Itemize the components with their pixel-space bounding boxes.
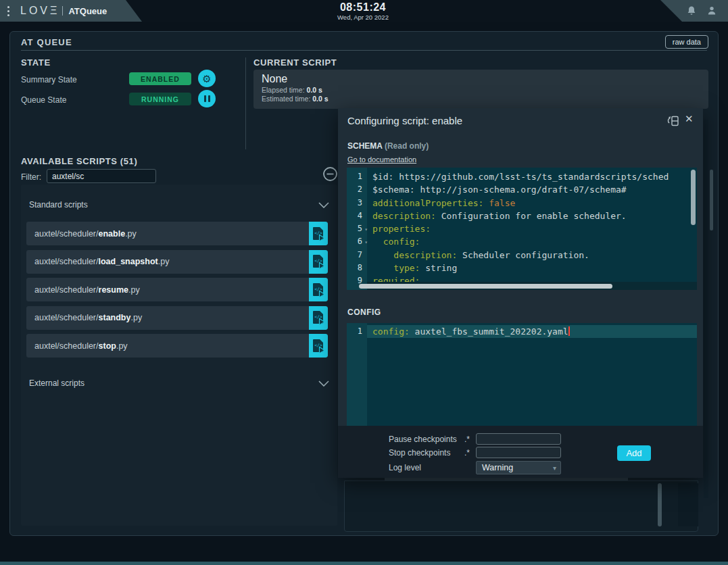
pause-icon (204, 95, 210, 102)
scripts-list-panel: Standard scripts auxtel/scheduler/enable… (21, 185, 337, 526)
add-button[interactable]: Add (617, 445, 651, 461)
queue-state-badge: RUNNING (129, 93, 191, 105)
raw-data-button[interactable]: raw data (665, 35, 708, 49)
background-right-scrollbar[interactable] (710, 170, 713, 230)
code-line: 2$schema: http://json-schema.org/draft-0… (347, 183, 697, 196)
external-scripts-group[interactable]: External scripts (21, 375, 337, 391)
launch-script-icon: </> (312, 254, 325, 269)
config-heading: CONFIG (347, 308, 381, 317)
filter-label: Filter: (21, 172, 41, 182)
top-bar-right (660, 0, 728, 22)
launch-script-button[interactable]: </> (309, 222, 328, 245)
collapse-all-icon[interactable] (322, 166, 338, 182)
queue-state-label: Queue State (21, 95, 66, 105)
app-name: ATQueue (68, 6, 107, 16)
log-level-select[interactable]: Warning ▾ (476, 461, 561, 474)
script-item[interactable]: auxtel/scheduler/stop.py</> (26, 334, 328, 358)
gear-icon: ⚙ (202, 74, 211, 84)
clock-time: 08:51:24 (295, 1, 431, 14)
user-account-icon[interactable] (706, 5, 717, 16)
external-scripts-label: External scripts (29, 378, 84, 388)
pause-queue-button[interactable] (198, 90, 216, 107)
estimated-time: Estimated time: 0.0 s (262, 95, 700, 103)
svg-text:</>: </> (314, 314, 322, 320)
top-bar: LOVΞ ATQueue 08:51:24 Wed, Apr 20 2022 (0, 0, 728, 22)
current-script-heading: CURRENT SCRIPT (253, 57, 337, 68)
menu-icon[interactable] (7, 6, 9, 16)
stop-checkpoints-label: Stop checkpoints (389, 448, 450, 458)
schema-readonly-label: (Read only) (385, 141, 429, 151)
code-line: 6▾ config: (347, 235, 697, 248)
panel-title: AT QUEUE (21, 37, 72, 47)
love-logo: LOVΞ (20, 5, 59, 17)
code-line: 1config: auxtel_fbs_summit_202202.yaml (347, 325, 697, 338)
background-side-column (678, 483, 698, 526)
documentation-link[interactable]: Go to documentation (347, 155, 416, 164)
launch-script-icon: </> (312, 282, 325, 297)
standard-scripts-label: Standard scripts (29, 200, 88, 210)
chevron-down-icon: ▾ (553, 464, 560, 472)
current-script-card: None Elapsed time: 0.0 s Estimated time:… (253, 70, 708, 109)
background-scrollbar[interactable] (658, 483, 662, 526)
configure-script-modal: Configuring script: enable ✕ SCHEMA (Rea… (338, 108, 703, 478)
launch-script-button[interactable]: </> (309, 306, 328, 330)
config-editor[interactable]: 1config: auxtel_fbs_summit_202202.yaml (347, 323, 697, 426)
available-scripts-heading: AVAILABLE SCRIPTS (51) (21, 156, 137, 166)
state-heading: STATE (21, 57, 51, 68)
pause-checkpoints-label: Pause checkpoints (389, 435, 457, 444)
launch-script-icon: </> (312, 310, 325, 325)
filter-input[interactable] (47, 169, 156, 183)
logo-divider (62, 6, 63, 16)
code-line: 3additionalProperties: false (347, 197, 697, 210)
background-right-column (704, 120, 708, 498)
svg-text:</>: </> (314, 286, 322, 291)
chevron-down-icon (318, 380, 329, 387)
script-item[interactable]: auxtel/scheduler/resume.py</> (26, 278, 328, 301)
pause-checkpoints-input[interactable] (476, 433, 561, 445)
schema-hscrollbar-thumb[interactable] (359, 284, 612, 289)
script-path: auxtel/scheduler/stop.py (26, 341, 128, 351)
schema-heading: SCHEMA (Read only) (347, 141, 429, 151)
svg-text:</>: </> (314, 258, 322, 264)
elapsed-time-label: Elapsed time: (262, 86, 305, 94)
close-icon[interactable]: ✕ (685, 113, 694, 125)
launch-script-icon: </> (312, 226, 325, 241)
estimated-time-label: Estimated time: (262, 95, 310, 103)
script-path: auxtel/scheduler/standby.py (26, 313, 142, 322)
schema-title: SCHEMA (347, 141, 383, 151)
stop-checkpoints-input[interactable] (476, 447, 561, 458)
chevron-down-icon (318, 202, 329, 208)
script-item[interactable]: auxtel/scheduler/load_snapshot.py</> (26, 250, 328, 274)
code-line: 4description: Configuration for enable s… (347, 210, 697, 222)
pause-checkpoints-hint: .* (464, 435, 470, 444)
code-line: 1$id: https://github.com/lsst-ts/ts_stan… (347, 170, 697, 183)
atqueue-screen: LOVΞ ATQueue 08:51:24 Wed, Apr 20 2022 A… (0, 0, 728, 565)
script-path: auxtel/scheduler/load_snapshot.py (26, 257, 169, 266)
launch-script-icon: </> (312, 339, 325, 353)
code-line: 5▾properties: (347, 222, 697, 235)
script-item[interactable]: auxtel/scheduler/enable.py</> (26, 222, 328, 245)
log-level-label: Log level (389, 463, 421, 472)
script-path: auxtel/scheduler/resume.py (26, 285, 140, 295)
summary-state-label: Summary State (21, 75, 77, 84)
summary-state-badge: ENABLED (129, 72, 191, 85)
launch-script-button[interactable]: </> (309, 250, 328, 274)
summary-state-config-button[interactable]: ⚙ (198, 70, 216, 87)
schema-editor[interactable]: 1$id: https://github.com/lsst-ts/ts_stan… (347, 168, 697, 290)
launch-script-button[interactable]: </> (309, 334, 328, 358)
launch-script-button[interactable]: </> (309, 278, 328, 301)
script-item[interactable]: auxtel/scheduler/standby.py</> (26, 306, 328, 330)
code-line: 8 type: string (347, 262, 697, 274)
code-line: 7 description: Scheduler configuration. (347, 249, 697, 262)
estimated-time-value: 0.0 s (312, 95, 328, 103)
text-cursor (568, 326, 570, 336)
clock: 08:51:24 Wed, Apr 20 2022 (295, 1, 431, 21)
elapsed-time-value: 0.0 s (307, 86, 322, 94)
standard-scripts-group[interactable]: Standard scripts (21, 197, 337, 213)
schema-vscrollbar-thumb[interactable] (691, 170, 696, 225)
notifications-bell-icon[interactable] (686, 5, 697, 16)
script-path: auxtel/scheduler/enable.py (26, 229, 137, 239)
standard-scripts-list: auxtel/scheduler/enable.py</>auxtel/sche… (21, 222, 337, 358)
clock-date: Wed, Apr 20 2022 (295, 14, 431, 21)
swap-panels-icon[interactable] (666, 115, 680, 127)
